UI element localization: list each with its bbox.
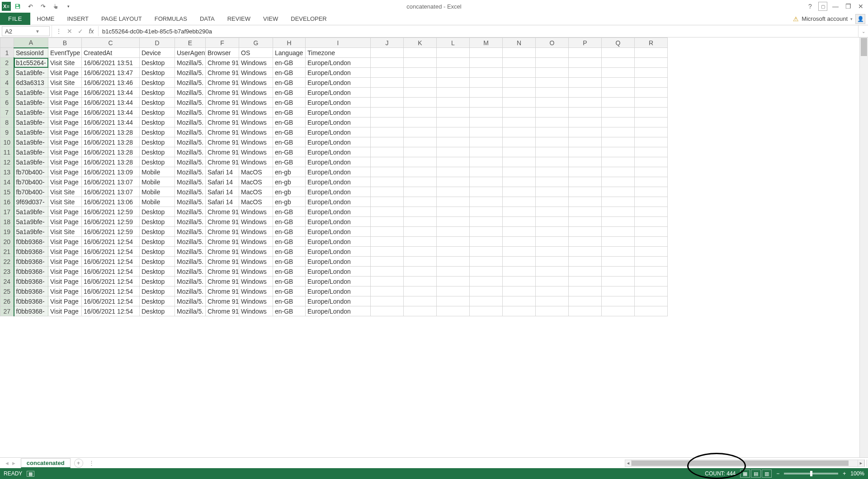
cell[interactable]: Chrome 91 xyxy=(206,267,239,277)
cell[interactable] xyxy=(404,197,437,207)
cell[interactable]: en-GB xyxy=(273,78,306,88)
cell[interactable] xyxy=(635,197,668,207)
cell[interactable] xyxy=(503,286,536,296)
cell[interactable]: en-GB xyxy=(273,277,306,286)
cancel-icon[interactable]: ✕ xyxy=(66,28,74,35)
row-header-1[interactable]: 1 xyxy=(0,48,14,58)
cell[interactable]: Mozilla/5. xyxy=(175,267,206,277)
row-header-22[interactable]: 22 xyxy=(0,257,14,267)
row-header-4[interactable]: 4 xyxy=(0,78,14,88)
cell[interactable] xyxy=(503,197,536,207)
cell[interactable]: Desktop xyxy=(140,227,175,237)
cell[interactable] xyxy=(371,88,404,98)
cell[interactable] xyxy=(404,177,437,187)
cell[interactable] xyxy=(470,217,503,227)
touch-mode-button[interactable] xyxy=(50,1,61,11)
horizontal-scrollbar[interactable]: ◄ ► xyxy=(625,460,864,467)
cell[interactable]: OS xyxy=(239,48,273,58)
cell[interactable]: en-GB xyxy=(273,157,306,167)
cell[interactable] xyxy=(404,187,437,197)
cell[interactable]: Windows xyxy=(239,267,273,277)
cell[interactable]: Chrome 91 xyxy=(206,277,239,286)
cell[interactable]: Desktop xyxy=(140,237,175,247)
cell[interactable]: en-GB xyxy=(273,127,306,137)
cell[interactable] xyxy=(437,197,470,207)
cell[interactable] xyxy=(437,157,470,167)
cell[interactable]: en-GB xyxy=(273,227,306,237)
cell[interactable] xyxy=(569,257,602,267)
account-dropdown-icon[interactable]: ▾ xyxy=(850,17,853,21)
cell[interactable] xyxy=(569,167,602,177)
cell[interactable] xyxy=(536,88,569,98)
cell[interactable]: Mozilla/5. xyxy=(175,217,206,227)
cell[interactable]: Chrome 91 xyxy=(206,296,239,306)
cell[interactable] xyxy=(503,78,536,88)
cell[interactable] xyxy=(437,108,470,117)
column-header-B[interactable]: B xyxy=(48,38,82,48)
cell[interactable]: Mozilla/5. xyxy=(175,147,206,157)
cell[interactable] xyxy=(569,108,602,117)
cell[interactable]: Mozilla/5. xyxy=(175,237,206,247)
cell[interactable] xyxy=(602,98,635,108)
cell[interactable]: 16/06/2021 12:54 xyxy=(82,296,140,306)
cell[interactable] xyxy=(503,108,536,117)
cell[interactable] xyxy=(404,267,437,277)
row-header-2[interactable]: 2 xyxy=(0,58,14,68)
name-box[interactable]: A2 ▼ xyxy=(2,26,50,36)
cell[interactable] xyxy=(602,237,635,247)
tab-insert[interactable]: INSERT xyxy=(61,13,94,25)
cell[interactable] xyxy=(536,167,569,177)
cell[interactable] xyxy=(536,157,569,167)
cell[interactable]: 16/06/2021 13:44 xyxy=(82,98,140,108)
cell[interactable] xyxy=(503,98,536,108)
row-header-17[interactable]: 17 xyxy=(0,207,14,217)
cell[interactable]: en-GB xyxy=(273,88,306,98)
normal-view-button[interactable]: ▦ xyxy=(740,470,750,478)
cell[interactable]: Windows xyxy=(239,237,273,247)
cell[interactable] xyxy=(437,257,470,267)
scroll-left-icon[interactable]: ◄ xyxy=(625,460,632,466)
cell[interactable]: Chrome 91 xyxy=(206,147,239,157)
cell[interactable]: 16/06/2021 13:28 xyxy=(82,137,140,147)
cell[interactable] xyxy=(404,237,437,247)
row-header-16[interactable]: 16 xyxy=(0,197,14,207)
cell[interactable]: Visit Page xyxy=(48,277,82,286)
cell[interactable] xyxy=(602,58,635,68)
cell[interactable] xyxy=(536,68,569,78)
cell[interactable] xyxy=(404,147,437,157)
cell[interactable]: Language xyxy=(273,48,306,58)
cell[interactable]: Visit Page xyxy=(48,177,82,187)
cell[interactable] xyxy=(371,286,404,296)
cell[interactable] xyxy=(437,127,470,137)
cell[interactable] xyxy=(470,147,503,157)
cell[interactable] xyxy=(635,277,668,286)
hscroll-thumb[interactable] xyxy=(632,460,849,466)
cell[interactable]: Chrome 91 xyxy=(206,217,239,227)
scroll-right-icon[interactable]: ► xyxy=(858,460,864,466)
qat-customize-dropdown[interactable]: ▾ xyxy=(62,1,74,11)
cell[interactable] xyxy=(371,48,404,58)
cell[interactable]: Chrome 91 xyxy=(206,68,239,78)
cell[interactable]: 16/06/2021 12:54 xyxy=(82,247,140,257)
cell[interactable]: Desktop xyxy=(140,117,175,127)
cell[interactable]: Mozilla/5. xyxy=(175,117,206,127)
tab-data[interactable]: DATA xyxy=(193,13,221,25)
cell[interactable] xyxy=(404,108,437,117)
cell[interactable]: Chrome 91 xyxy=(206,286,239,296)
cell[interactable] xyxy=(503,237,536,247)
cell[interactable] xyxy=(635,78,668,88)
cell[interactable] xyxy=(470,247,503,257)
column-header-D[interactable]: D xyxy=(140,38,175,48)
cell[interactable]: en-GB xyxy=(273,68,306,78)
cell[interactable]: 16/06/2021 12:59 xyxy=(82,217,140,227)
column-header-I[interactable]: I xyxy=(306,38,371,48)
row-header-11[interactable]: 11 xyxy=(0,147,14,157)
cell[interactable]: MacOS xyxy=(239,197,273,207)
cell[interactable] xyxy=(437,68,470,78)
cell[interactable]: Chrome 91 xyxy=(206,157,239,167)
cell[interactable]: Windows xyxy=(239,286,273,296)
cell[interactable] xyxy=(470,306,503,316)
column-header-K[interactable]: K xyxy=(404,38,437,48)
cell[interactable] xyxy=(602,247,635,257)
cell[interactable] xyxy=(569,177,602,187)
